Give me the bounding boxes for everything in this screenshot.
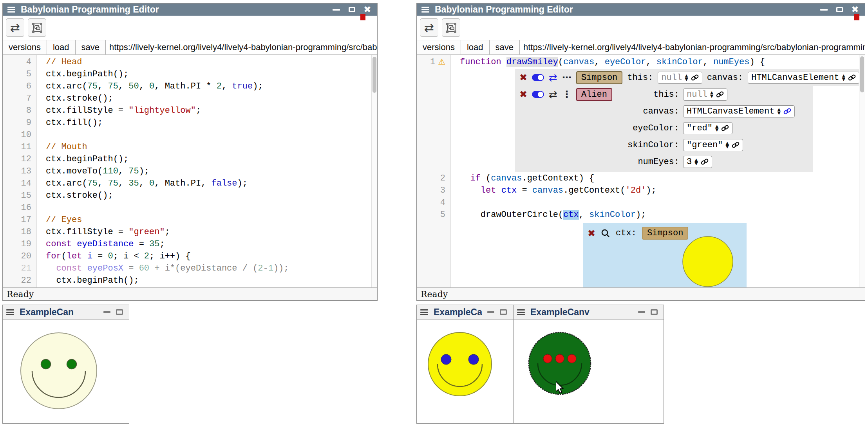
spinner-icon[interactable]: ▲▼ (715, 125, 718, 132)
code-line[interactable]: 17// Eyes (3, 214, 377, 226)
code-line[interactable]: 18ctx.fillStyle = "green"; (3, 226, 377, 238)
tab-save[interactable]: save (490, 40, 520, 54)
code-line[interactable]: 20for(let i = 0; i < 2; i++) { (3, 250, 377, 262)
code-line[interactable]: 10 (3, 129, 377, 141)
param-select-this[interactable]: null ▲▼ (658, 72, 702, 84)
code-line[interactable]: 5ctx.beginPath(); (3, 68, 377, 80)
spinner-icon[interactable]: ▲▼ (685, 74, 688, 81)
canvas-area[interactable] (514, 320, 664, 423)
minimize-button[interactable] (638, 311, 645, 313)
scrollbar-thumb[interactable] (373, 57, 376, 93)
select-frame-button[interactable] (442, 18, 460, 37)
minimize-button[interactable] (487, 311, 494, 313)
param-select-canvas[interactable]: HTMLCanvasElement ▲▼ (683, 105, 795, 117)
more-options-icon[interactable]: ⋯ (562, 73, 571, 82)
code-editor[interactable]: 1⚠function drawSmiley(canvas, eyeColor, … (417, 55, 865, 287)
code-line[interactable]: 9ctx.fill(); (3, 117, 377, 129)
link-icon[interactable] (848, 74, 856, 81)
code-line[interactable]: 2 if (canvas.getContext) { (417, 172, 865, 184)
spinner-icon[interactable]: ▲▼ (842, 74, 845, 81)
example-toggle[interactable] (532, 91, 544, 98)
scrollbar-thumb[interactable] (860, 56, 864, 92)
code-line[interactable]: 5 drawOuterCircle(ctx, skinColor); (417, 209, 865, 221)
delete-example-icon[interactable]: ✖ (519, 90, 527, 99)
code-line[interactable]: 11// Mouth (3, 141, 377, 153)
close-button[interactable]: ✖ (850, 5, 860, 15)
param-select-skincolor[interactable]: "green" ▲▼ (683, 139, 743, 151)
code-line[interactable]: 7ctx.stroke(); (3, 92, 377, 105)
tab-versions[interactable]: versions (417, 40, 461, 54)
code-line[interactable]: 3 let ctx = canvas.getContext('2d'); (417, 184, 865, 197)
code-line[interactable]: 8ctx.fillStyle = "lightyellow"; (3, 105, 377, 117)
menu-icon[interactable] (421, 7, 429, 13)
warning-icon[interactable]: ⚠ (438, 56, 445, 68)
code-line[interactable]: 1⚠function drawSmiley(canvas, eyeColor, … (417, 56, 865, 68)
delete-example-icon[interactable]: ✖ (519, 73, 527, 82)
minimize-button[interactable] (103, 311, 110, 313)
spinner-icon[interactable]: ▲▼ (725, 141, 729, 148)
link-icon[interactable] (721, 124, 729, 132)
code-line[interactable]: 4 (417, 197, 865, 209)
code-editor[interactable]: 4// Head5ctx.beginPath();6ctx.arc(75, 75… (3, 55, 377, 287)
link-icon[interactable] (732, 141, 740, 149)
code-line[interactable]: 15ctx.stroke(); (3, 190, 377, 202)
scrollbar[interactable] (371, 55, 377, 287)
swap-arrows-button[interactable]: ⇄ (6, 18, 24, 37)
tab-load[interactable]: load (461, 40, 490, 54)
menu-icon[interactable] (6, 309, 14, 315)
menu-icon[interactable] (7, 7, 15, 13)
menu-icon[interactable] (420, 309, 428, 315)
titlebar[interactable]: ExampleCan (417, 305, 513, 320)
code-line[interactable]: 12ctx.beginPath(); (3, 153, 377, 165)
tab-load[interactable]: load (47, 40, 76, 54)
url-input[interactable]: https://lively-kernel.org/lively4/lively… (106, 40, 377, 54)
tab-versions[interactable]: versions (3, 40, 47, 54)
scrollbar[interactable] (859, 55, 865, 287)
link-icon[interactable] (701, 158, 709, 166)
trace-arrows-icon[interactable]: ⇄ (549, 72, 557, 83)
param-select-canvas[interactable]: HTMLCanvasElement ▲▼ (748, 72, 859, 84)
code-line[interactable]: 4// Head (3, 56, 377, 68)
maximize-button[interactable] (651, 309, 658, 315)
code-line[interactable]: 22 ctx.beginPath(); (3, 274, 377, 287)
code-line[interactable]: 19const eyeDistance = 35; (3, 238, 377, 250)
select-frame-button[interactable] (28, 18, 46, 37)
example-badge-simpson[interactable]: Simpson (576, 71, 622, 84)
link-icon-active[interactable] (783, 107, 791, 115)
titlebar[interactable]: ExampleCanv (514, 305, 664, 320)
titlebar[interactable]: Babylonian Programming Editor ✖ (417, 4, 865, 16)
menu-icon[interactable] (517, 309, 525, 315)
canvas-area[interactable] (3, 320, 129, 423)
magnifier-icon[interactable] (601, 229, 610, 238)
minimize-button[interactable] (819, 5, 829, 15)
param-select-this[interactable]: null ▲▼ (683, 88, 727, 101)
example-badge-alien[interactable]: Alien (576, 88, 612, 101)
close-probe-icon[interactable]: ✖ (588, 229, 595, 238)
maximize-button[interactable] (347, 5, 357, 15)
spinner-icon[interactable]: ▲▼ (710, 91, 713, 98)
minimize-button[interactable] (331, 5, 341, 15)
param-select-numeyes[interactable]: 3 ▲▼ (683, 156, 712, 168)
titlebar[interactable]: ExampleCan (3, 305, 129, 320)
more-options-icon[interactable]: ⋮ (562, 90, 571, 99)
code-line[interactable]: 21 const eyePosX = 60 + i*(eyeDistance /… (3, 262, 377, 274)
swap-arrows-button[interactable]: ⇄ (420, 18, 438, 37)
code-line[interactable]: 13ctx.moveTo(110, 75); (3, 165, 377, 177)
trace-arrows-icon[interactable]: ⇄ (549, 89, 557, 99)
close-button[interactable]: ✖ (362, 5, 373, 15)
titlebar[interactable]: Babylonian Programming Editor ✖ (3, 4, 377, 16)
maximize-button[interactable] (834, 5, 844, 15)
canvas-area[interactable] (417, 320, 513, 423)
link-icon[interactable] (691, 74, 699, 81)
example-toggle[interactable] (532, 74, 544, 81)
code-line[interactable]: 6ctx.arc(75, 75, 50, 0, Math.PI * 2, tru… (3, 80, 377, 92)
tab-save[interactable]: save (76, 40, 106, 54)
spinner-icon[interactable]: ▲▼ (694, 158, 698, 165)
param-select-eyecolor[interactable]: "red" ▲▼ (683, 122, 732, 134)
link-icon[interactable] (716, 90, 724, 98)
maximize-button[interactable] (500, 309, 507, 315)
url-input[interactable]: https://lively-kernel.org/lively4/lively… (520, 40, 865, 54)
code-line[interactable]: 16 (3, 202, 377, 214)
code-line[interactable]: 14ctx.arc(75, 75, 35, 0, Math.PI, false)… (3, 177, 377, 190)
spinner-icon[interactable]: ▲▼ (777, 108, 780, 115)
